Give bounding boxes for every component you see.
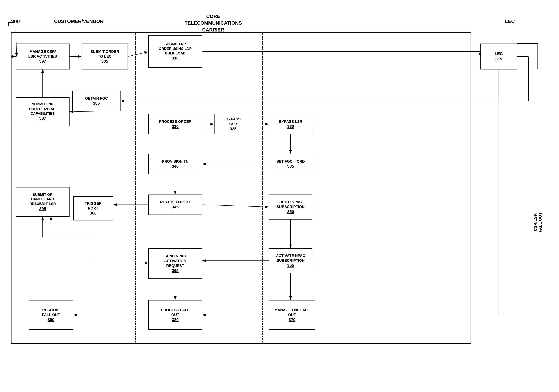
outer-border-left (11, 32, 471, 344)
box-387: SUBMIT LNPORDER B2B APICAPABILITIES387 (16, 97, 70, 126)
box-365: SEND NPACACTIVATIONREQUEST365 (148, 248, 202, 279)
box-380: PROCESS FALLOUT380 (148, 300, 202, 330)
box-305: SUBMIT ORDERTO LEC305 (82, 44, 128, 70)
box-370: MANAGE LNP FALLOUT370 (269, 300, 315, 330)
box-360: TRIGGERPORT360 (73, 196, 113, 220)
diagram-container: 300 CUSTOMER/VENDOR CORETELECOMMUNICATIO… (0, 0, 559, 392)
label-csr-lsr-fall-out: CSR/LSRFALL OUT (533, 176, 544, 269)
diagram-number: 300 (11, 18, 20, 24)
box-320: PROCESS ORDER320 (148, 114, 202, 134)
box-310: SUBMIT LNPORDER USING LNPBULK LOAD310 (148, 35, 202, 68)
box-345: READY TO PORT345 (148, 194, 202, 215)
dashed-divider-1 (135, 32, 136, 344)
box-355: ACTIVATE NPACSUBSCRIPTION355 (269, 248, 312, 273)
box-350: BUILD NPACSUBSCRIPTION350 (269, 194, 312, 219)
box-397: MANAGE CSR/LSR ACTIVITIES397 (16, 44, 70, 70)
dashed-divider-2 (262, 32, 263, 344)
box-390: RESOLVEFALL OUT390 (29, 300, 73, 330)
box-330: BYPASS LSR330 (269, 114, 312, 134)
label-lec: LEC (491, 18, 528, 24)
box-395: SUBMIT ORCANCEL ANDRESUBMIT LSR395 (16, 187, 70, 217)
label-core-telecom: CORETELECOMMUNICATIONSCARRIER (158, 13, 269, 33)
label-customer-vendor: CUSTOMER/VENDOR (28, 18, 130, 24)
box-315: LEC315 (480, 44, 517, 70)
box-385: OBTAIN FOC385 (72, 91, 121, 111)
box-325: BYPASSCSR325 (214, 114, 252, 134)
box-335: SET FOC = CRD335 (269, 154, 312, 174)
box-340: PROVISION TN340 (148, 154, 202, 174)
